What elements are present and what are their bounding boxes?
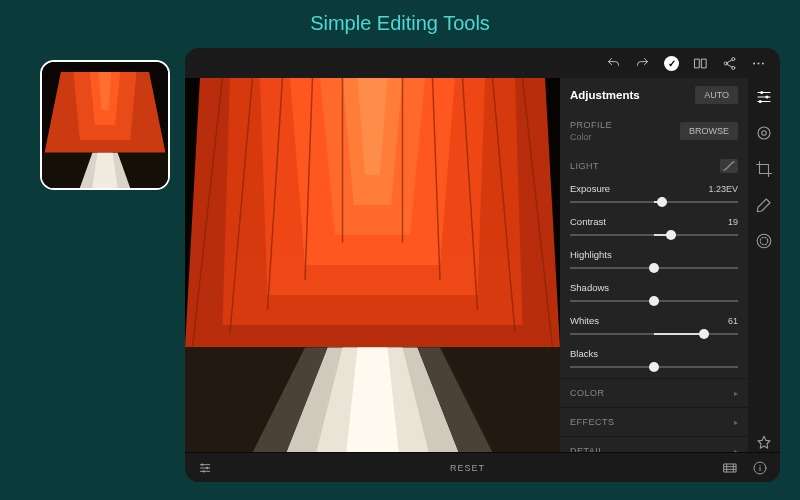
- star-icon[interactable]: [755, 434, 773, 452]
- side-toolbar: [748, 78, 780, 452]
- slider-knob[interactable]: [666, 230, 676, 240]
- slider-value: 61: [728, 316, 738, 326]
- thumbnail-image: [42, 62, 168, 188]
- slider-track-shadows[interactable]: [570, 295, 738, 307]
- image-canvas[interactable]: [185, 78, 560, 452]
- slider-exposure: Exposure1.23EV: [560, 180, 748, 196]
- slider-label: Highlights: [570, 249, 612, 260]
- collapsed-sections: COLOR▸EFFECTS▸DETAIL▸: [560, 378, 748, 452]
- app-window: ✓: [185, 48, 780, 482]
- chevron-right-icon: ▸: [734, 418, 739, 427]
- slider-knob[interactable]: [649, 296, 659, 306]
- section-effects[interactable]: EFFECTS▸: [560, 407, 748, 436]
- light-section-label: LIGHT: [570, 161, 599, 171]
- svg-point-50: [206, 466, 208, 468]
- svg-point-42: [760, 91, 763, 94]
- svg-rect-8: [695, 59, 699, 68]
- slider-label: Blacks: [570, 348, 598, 359]
- more-icon[interactable]: [751, 56, 766, 71]
- svg-point-43: [766, 96, 769, 99]
- slider-knob[interactable]: [649, 263, 659, 273]
- undo-icon[interactable]: [606, 56, 621, 71]
- slider-value: 19: [728, 217, 738, 227]
- slider-track-contrast[interactable]: [570, 229, 738, 241]
- section-color[interactable]: COLOR▸: [560, 378, 748, 407]
- brush-tool-icon[interactable]: [755, 196, 773, 214]
- svg-point-46: [762, 131, 767, 136]
- slider-label: Contrast: [570, 216, 606, 227]
- slider-label: Exposure: [570, 183, 610, 194]
- slider-blacks: Blacks: [560, 345, 748, 361]
- slider-track-exposure[interactable]: [570, 196, 738, 208]
- share-icon[interactable]: [722, 56, 737, 71]
- chevron-right-icon: ▸: [734, 389, 739, 398]
- main-image: [185, 78, 560, 452]
- svg-point-51: [202, 470, 204, 472]
- slider-track-whites[interactable]: [570, 328, 738, 340]
- banner-title: Simple Editing Tools: [310, 12, 490, 35]
- slider-label: Whites: [570, 315, 599, 326]
- content-area: Adjustments AUTO PROFILE Color BROWSE LI…: [185, 78, 780, 452]
- svg-point-44: [759, 100, 762, 103]
- settings-icon[interactable]: [197, 460, 213, 476]
- svg-point-14: [758, 62, 760, 64]
- panel-header: Adjustments AUTO: [560, 78, 748, 112]
- slider-value: 1.23EV: [708, 184, 738, 194]
- tone-curve-icon[interactable]: [720, 159, 738, 173]
- svg-point-48: [760, 237, 768, 245]
- section-label: COLOR: [570, 388, 605, 398]
- browse-button[interactable]: BROWSE: [680, 122, 738, 140]
- svg-point-15: [762, 62, 764, 64]
- slider-knob[interactable]: [649, 362, 659, 372]
- reset-button[interactable]: RESET: [450, 463, 485, 473]
- profile-label: PROFILE: [570, 120, 612, 130]
- svg-point-11: [724, 61, 727, 64]
- target-adjust-tool-icon[interactable]: [755, 124, 773, 142]
- redo-icon[interactable]: [635, 56, 650, 71]
- light-section-header[interactable]: LIGHT: [560, 152, 748, 180]
- slider-contrast: Contrast19: [560, 213, 748, 229]
- svg-point-45: [758, 127, 770, 139]
- edit-sliders-tool-icon[interactable]: [755, 88, 773, 106]
- slider-shadows: Shadows: [560, 279, 748, 295]
- slider-knob[interactable]: [657, 197, 667, 207]
- thumbnail-preview: [40, 60, 170, 190]
- section-detail[interactable]: DETAIL▸: [560, 436, 748, 452]
- svg-point-49: [201, 463, 203, 465]
- light-sliders: Exposure1.23EVContrast19HighlightsShadow…: [560, 180, 748, 378]
- filmstrip-icon[interactable]: [722, 460, 738, 476]
- cloud-status-icon[interactable]: ✓: [664, 56, 679, 71]
- profile-row: PROFILE Color BROWSE: [560, 112, 748, 152]
- panel-title: Adjustments: [570, 89, 640, 101]
- section-label: EFFECTS: [570, 417, 615, 427]
- svg-point-13: [753, 62, 755, 64]
- svg-point-47: [757, 234, 771, 248]
- slider-highlights: Highlights: [560, 246, 748, 262]
- slider-label: Shadows: [570, 282, 609, 293]
- slider-track-blacks[interactable]: [570, 361, 738, 373]
- svg-point-10: [732, 57, 735, 60]
- compare-icon[interactable]: [693, 56, 708, 71]
- profile-value: Color: [570, 132, 612, 142]
- slider-knob[interactable]: [699, 329, 709, 339]
- svg-rect-52: [724, 464, 736, 472]
- svg-rect-9: [702, 59, 706, 68]
- slider-whites: Whites61: [560, 312, 748, 328]
- top-toolbar: ✓: [185, 48, 780, 78]
- svg-point-12: [732, 66, 735, 69]
- radial-tool-icon[interactable]: [755, 232, 773, 250]
- slider-track-highlights[interactable]: [570, 262, 738, 274]
- crop-tool-icon[interactable]: [755, 160, 773, 178]
- auto-button[interactable]: AUTO: [695, 86, 738, 104]
- bottom-toolbar: RESET: [185, 452, 780, 482]
- adjustments-panel: Adjustments AUTO PROFILE Color BROWSE LI…: [560, 78, 748, 452]
- info-icon[interactable]: [752, 460, 768, 476]
